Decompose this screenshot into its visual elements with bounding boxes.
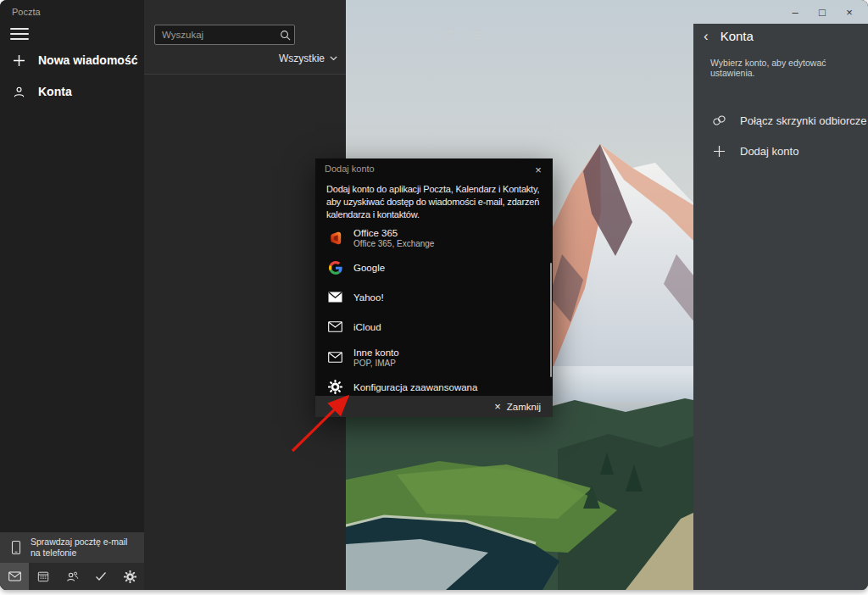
filter-all-label: Wszystkie bbox=[279, 53, 325, 64]
add-account-label: Dodaj konto bbox=[740, 145, 798, 158]
settings-panel-subtitle: Wybierz konto, aby edytować ustawienia. bbox=[710, 58, 868, 78]
mail-icon bbox=[8, 571, 21, 581]
google-icon bbox=[328, 261, 342, 275]
link-icon bbox=[712, 114, 726, 128]
hamburger-menu-button[interactable] bbox=[10, 25, 29, 42]
nav-settings-button[interactable] bbox=[115, 563, 144, 590]
office-365-icon bbox=[328, 231, 342, 246]
dialog-description: Dodaj konto do aplikacji Poczta, Kalenda… bbox=[326, 183, 542, 221]
provider-subtitle: POP, IMAP bbox=[353, 359, 399, 368]
maximize-button[interactable]: □ bbox=[809, 2, 836, 22]
person-icon bbox=[12, 85, 26, 99]
provider-name: Yahoo! bbox=[353, 292, 384, 303]
people-icon bbox=[66, 570, 79, 582]
sidebar: Poczta Nowa wiadomość Konta Sprawdzaj po… bbox=[0, 0, 144, 590]
bottom-nav bbox=[0, 563, 144, 590]
search-box bbox=[154, 25, 295, 45]
phone-promo-label: Sprawdzaj pocztę e-mail na telefonie bbox=[31, 537, 131, 559]
provider-name: Inne konto bbox=[353, 348, 399, 358]
provider-name: iCloud bbox=[353, 322, 381, 332]
add-account-dialog: Dodaj konto × Dodaj konto do aplikacji P… bbox=[315, 158, 553, 417]
settings-panel: ‹ Konta Wybierz konto, aby edytować usta… bbox=[693, 24, 868, 590]
phone-icon bbox=[10, 540, 22, 555]
nav-mail-button[interactable] bbox=[0, 563, 29, 590]
nav-todo-button[interactable] bbox=[86, 563, 115, 590]
provider-row-office365[interactable]: Office 365Office 365, Exchange bbox=[315, 223, 553, 253]
calendar-icon bbox=[37, 570, 49, 582]
new-message-button[interactable]: Nowa wiadomość bbox=[0, 47, 144, 73]
new-message-label: Nowa wiadomość bbox=[38, 53, 137, 67]
message-list-header: Wszystkie bbox=[144, 0, 346, 75]
close-dialog-label: Zamknij bbox=[507, 402, 541, 412]
close-dialog-button[interactable]: × Zamknij bbox=[482, 396, 553, 417]
search-icon[interactable] bbox=[275, 30, 294, 41]
link-inboxes-label: Połącz skrzynki odbiorcze bbox=[740, 114, 867, 127]
settings-gear-icon bbox=[124, 570, 136, 583]
link-inboxes-item[interactable]: Połącz skrzynki odbiorcze bbox=[693, 107, 868, 134]
provider-row-other-account[interactable]: Inne kontoPOP, IMAP bbox=[315, 342, 553, 373]
search-input[interactable] bbox=[155, 30, 275, 40]
nav-calendar-button[interactable] bbox=[29, 563, 58, 590]
dialog-title: Dodaj konto bbox=[325, 164, 375, 174]
settings-panel-title: Konta bbox=[721, 29, 754, 43]
chevron-down-icon bbox=[330, 56, 337, 61]
envelope-outline-icon bbox=[328, 320, 342, 334]
provider-name: Konfiguracja zaawansowana bbox=[353, 382, 477, 392]
nav-people-button[interactable] bbox=[58, 563, 86, 590]
sync-icon bbox=[442, 29, 454, 42]
dialog-footer: × Zamknij bbox=[315, 396, 553, 417]
dialog-scrollbar[interactable] bbox=[550, 263, 552, 377]
back-button[interactable]: ‹ bbox=[704, 29, 709, 43]
provider-row-icloud[interactable]: iCloud bbox=[315, 312, 553, 342]
selection-mode-button[interactable] bbox=[467, 27, 482, 42]
provider-row-google[interactable]: Google bbox=[315, 253, 553, 282]
minimize-button[interactable]: – bbox=[782, 2, 809, 22]
app-title: Poczta bbox=[12, 7, 41, 17]
provider-name: Google bbox=[353, 263, 385, 273]
mail-app-window: – □ × Poczta Nowa wiadomość Konta Sprawd… bbox=[0, 0, 868, 590]
envelope-outline-icon bbox=[328, 350, 342, 364]
envelope-filled-icon bbox=[328, 290, 342, 304]
x-icon: × bbox=[494, 400, 501, 413]
sidebar-item-accounts[interactable]: Konta bbox=[0, 79, 144, 104]
filter-all-dropdown[interactable]: Wszystkie bbox=[279, 53, 337, 64]
provider-list: Office 365Office 365, Exchange Google bbox=[315, 223, 553, 401]
close-button[interactable]: × bbox=[836, 2, 863, 22]
multiselect-icon bbox=[469, 30, 481, 41]
sync-button[interactable] bbox=[440, 27, 455, 42]
accounts-label: Konta bbox=[38, 85, 72, 98]
plus-icon bbox=[712, 144, 726, 158]
plus-icon bbox=[12, 53, 26, 68]
gear-icon bbox=[328, 380, 342, 394]
provider-name: Office 365 bbox=[353, 228, 434, 238]
window-controls: – □ × bbox=[782, 2, 863, 22]
todo-check-icon bbox=[95, 571, 107, 581]
phone-promo-banner[interactable]: Sprawdzaj pocztę e-mail na telefonie bbox=[0, 532, 144, 563]
dialog-close-button[interactable]: × bbox=[531, 162, 546, 177]
add-account-item[interactable]: Dodaj konto bbox=[693, 137, 868, 164]
provider-subtitle: Office 365, Exchange bbox=[353, 239, 434, 248]
provider-row-yahoo[interactable]: Yahoo! bbox=[315, 282, 553, 312]
